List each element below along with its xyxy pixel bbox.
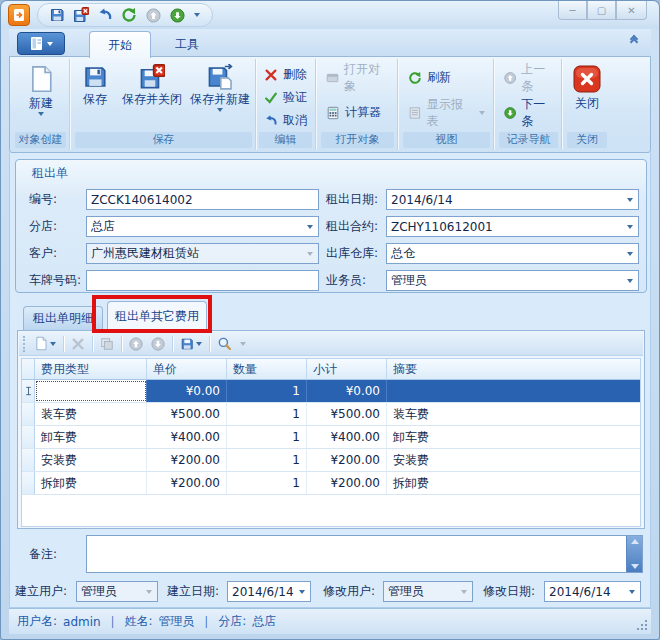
ribbon-tab-tools[interactable]: 工具	[157, 32, 217, 57]
modified-date-label: 修改日期:	[483, 581, 535, 602]
fee-type-cell[interactable]: 卸车费	[35, 426, 147, 448]
fee-type-edit-cell[interactable]	[35, 380, 147, 402]
column-header[interactable]: 摘要	[387, 359, 640, 379]
grid-row[interactable]: 拆卸费 ¥200.00 1 ¥200.00 拆卸费	[22, 472, 640, 495]
subtotal-cell[interactable]: ¥500.00	[307, 403, 387, 425]
other-fees-panel: 费用类型 单价 数量 小计 摘要 ¥0.00 1 ¥0.00 装车费 ¥500.…	[17, 330, 645, 529]
customer-combo: 广州惠民建材租赁站	[86, 243, 319, 264]
separator: ｜	[107, 613, 119, 630]
undo-icon	[97, 7, 113, 23]
column-header[interactable]: 小计	[307, 359, 387, 379]
chevron-down-icon	[307, 225, 313, 229]
summary-cell[interactable]: 装车费	[387, 403, 640, 425]
grid-row[interactable]: 安装费 ¥200.00 1 ¥200.00 安装费	[22, 449, 640, 472]
group-title: 保存	[75, 132, 252, 148]
ribbon-tab-start[interactable]: 开始	[89, 31, 151, 58]
salesman-combo[interactable]: 管理员	[386, 270, 639, 291]
remarks-textarea[interactable]	[86, 535, 643, 573]
qat-next-record-button[interactable]	[166, 4, 188, 26]
refresh-button[interactable]: 刷新	[403, 66, 490, 89]
new-page-icon	[28, 64, 54, 94]
save-and-new-button[interactable]: 保存并新建	[186, 62, 254, 112]
calculator-button[interactable]: 计算器	[321, 101, 394, 124]
rent-date-combo[interactable]: 2014/6/14	[386, 189, 639, 210]
grid-row[interactable]: 装车费 ¥500.00 1 ¥500.00 装车费	[22, 403, 640, 426]
subtotal-cell[interactable]: ¥200.00	[307, 472, 387, 494]
cancel-button[interactable]: 取消	[259, 109, 312, 132]
save-and-close-button[interactable]: 保存并关闭	[118, 62, 186, 106]
resize-grip[interactable]	[645, 628, 647, 630]
quantity-cell[interactable]: 1	[227, 426, 307, 448]
record-prev-icon	[129, 337, 143, 351]
quantity-cell[interactable]: 1	[227, 472, 307, 494]
contract-combo[interactable]: ZCHY110612001	[386, 216, 639, 237]
subtotal-cell[interactable]: ¥200.00	[307, 449, 387, 471]
maximize-button[interactable]: ▢	[587, 1, 616, 20]
remarks-scrollbar[interactable]	[626, 536, 642, 572]
annotation-highlight-box	[92, 295, 212, 333]
chevron-down-icon	[629, 590, 635, 594]
save-icon	[49, 7, 65, 23]
minimize-button[interactable]: ─	[558, 1, 587, 20]
qat-save-close-button[interactable]	[70, 4, 92, 26]
qat-prev-record-button[interactable]	[142, 4, 164, 26]
new-button[interactable]: 新建	[15, 62, 67, 116]
summary-cell[interactable]: 卸车费	[387, 426, 640, 448]
next-record-button[interactable]: 下一条	[499, 101, 558, 124]
number-input[interactable]	[86, 189, 319, 210]
branch-label: 分店:	[29, 216, 57, 237]
collapse-ribbon-chevron-icon[interactable]	[627, 36, 641, 50]
subtotal-cell[interactable]: ¥400.00	[307, 426, 387, 448]
close-window-button[interactable]: ✕	[616, 1, 647, 20]
qat-customize-button[interactable]	[190, 4, 204, 26]
delete-button[interactable]: 删除	[259, 63, 312, 86]
modified-date-combo[interactable]: 2014/6/14	[544, 581, 641, 602]
unit-price-cell[interactable]: ¥200.00	[147, 449, 227, 471]
summary-cell[interactable]: 拆卸费	[387, 472, 640, 494]
quantity-cell[interactable]: 1	[227, 380, 307, 402]
modified-by-label: 修改用户:	[323, 581, 375, 602]
open-object-button: 打开对象	[321, 66, 394, 89]
app-icon[interactable]	[8, 4, 30, 26]
validate-button[interactable]: 验证	[259, 86, 312, 109]
name-label: 姓名:	[124, 613, 152, 630]
grid-add-row-button[interactable]	[31, 334, 59, 354]
branch-combo[interactable]: 总店	[86, 216, 319, 237]
plate-number-input[interactable]	[86, 270, 319, 291]
refresh-icon	[121, 7, 137, 23]
fee-type-cell[interactable]: 拆卸费	[35, 472, 147, 494]
qat-refresh-button[interactable]	[118, 4, 140, 26]
column-header[interactable]: 费用类型	[35, 359, 147, 379]
column-header[interactable]: 数量	[227, 359, 307, 379]
qat-undo-button[interactable]	[94, 4, 116, 26]
chevron-down-icon	[627, 279, 633, 283]
application-menu-button[interactable]	[17, 32, 65, 55]
quantity-cell[interactable]: 1	[227, 449, 307, 471]
show-report-icon	[408, 106, 422, 120]
refresh-icon	[408, 71, 422, 85]
grid-row[interactable]: 卸车费 ¥400.00 1 ¥400.00 卸车费	[22, 426, 640, 449]
tab-rental-details[interactable]: 租出单明细	[23, 306, 103, 330]
qat-save-button[interactable]	[46, 4, 68, 26]
fee-type-cell[interactable]: 装车费	[35, 403, 147, 425]
record-prev-icon	[146, 8, 161, 23]
quantity-cell[interactable]: 1	[227, 403, 307, 425]
grid-search-button[interactable]	[214, 334, 249, 354]
plate-number-label: 车牌号码:	[29, 270, 81, 291]
fee-type-cell[interactable]: 安装费	[35, 449, 147, 471]
subtotal-cell[interactable]: ¥0.00	[307, 380, 387, 402]
created-date-combo[interactable]: 2014/6/14	[227, 581, 311, 602]
summary-cell[interactable]: 安装费	[387, 449, 640, 471]
column-header[interactable]: 单价	[147, 359, 227, 379]
close-button[interactable]: 关闭	[567, 62, 607, 110]
unit-price-cell[interactable]: ¥400.00	[147, 426, 227, 448]
chevron-down-icon	[627, 225, 633, 229]
unit-price-cell[interactable]: ¥0.00	[147, 380, 227, 402]
grid-export-button[interactable]	[177, 334, 205, 354]
grid-edit-row[interactable]: ¥0.00 1 ¥0.00	[22, 380, 640, 403]
warehouse-combo[interactable]: 总仓	[386, 243, 639, 264]
save-button[interactable]: 保存	[74, 62, 116, 106]
unit-price-cell[interactable]: ¥500.00	[147, 403, 227, 425]
unit-price-cell[interactable]: ¥200.00	[147, 472, 227, 494]
summary-cell[interactable]	[387, 380, 640, 402]
